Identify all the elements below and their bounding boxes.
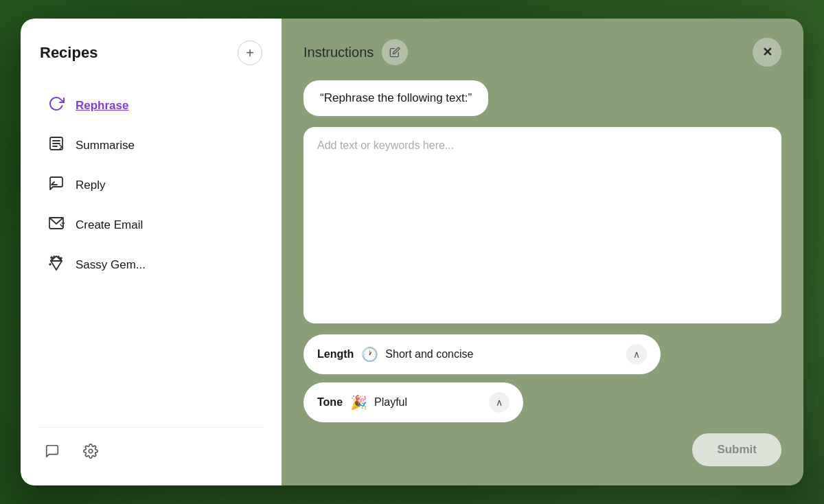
modal-container: Recipes + Rephrase <box>21 19 803 485</box>
rephrase-icon <box>47 95 66 116</box>
sidebar-item-reply[interactable]: Reply <box>40 167 262 204</box>
instruction-bubble: “Rephrase the following text:” <box>304 80 488 116</box>
sidebar-item-create-email[interactable]: Create Email <box>40 207 262 244</box>
reply-icon <box>47 175 66 196</box>
sidebar-item-sassy-gem-label: Sassy Gem... <box>76 258 146 272</box>
panel-header: Instructions ✕ <box>304 38 781 67</box>
options-section: Length 🕐 Short and concise ∧ Tone 🎉 Play… <box>304 334 781 422</box>
recipe-list: Rephrase Summarise <box>40 87 262 427</box>
text-area-placeholder: Add text or keywords here... <box>317 139 454 151</box>
tone-chevron-icon: ∧ <box>489 392 510 413</box>
svg-point-8 <box>51 257 52 258</box>
panel-footer: Submit <box>304 433 781 466</box>
sidebar-title: Recipes <box>40 44 98 62</box>
sidebar-item-rephrase[interactable]: Rephrase <box>40 87 262 124</box>
tone-value: Playful <box>374 396 482 409</box>
gear-icon <box>83 444 98 459</box>
tone-icon: 🎉 <box>350 394 367 411</box>
edit-icon <box>389 47 400 58</box>
submit-button[interactable]: Submit <box>692 433 781 466</box>
sidebar-header: Recipes + <box>40 41 262 65</box>
sidebar-item-rephrase-label: Rephrase <box>76 99 128 113</box>
settings-icon-button[interactable] <box>78 439 103 463</box>
panel-header-left: Instructions <box>304 39 408 65</box>
summarise-icon <box>47 135 66 156</box>
tone-label: Tone <box>317 396 343 409</box>
sidebar-item-reply-label: Reply <box>76 179 105 192</box>
sidebar: Recipes + Rephrase <box>21 19 282 485</box>
text-input-area[interactable]: Add text or keywords here... <box>304 127 781 323</box>
sidebar-item-create-email-label: Create Email <box>76 218 143 232</box>
edit-instructions-button[interactable] <box>382 39 408 65</box>
email-icon <box>47 215 66 236</box>
sidebar-footer <box>40 427 262 463</box>
svg-point-11 <box>89 449 93 453</box>
gem-icon <box>47 255 66 275</box>
instructions-title: Instructions <box>304 45 374 60</box>
length-icon: 🕐 <box>360 346 378 363</box>
length-chevron-icon: ∧ <box>626 344 647 365</box>
main-panel: Instructions ✕ “Rephrase the following t… <box>282 19 803 485</box>
sidebar-item-summarise[interactable]: Summarise <box>40 127 262 164</box>
sidebar-item-summarise-label: Summarise <box>76 139 135 152</box>
tone-option[interactable]: Tone 🎉 Playful ∧ <box>304 382 523 422</box>
add-recipe-button[interactable]: + <box>238 41 262 65</box>
length-option[interactable]: Length 🕐 Short and concise ∧ <box>304 334 661 374</box>
length-value: Short and concise <box>385 348 619 360</box>
length-label: Length <box>317 348 354 360</box>
svg-point-9 <box>60 257 62 259</box>
close-button[interactable]: ✕ <box>753 38 781 67</box>
chat-icon <box>45 444 60 459</box>
chat-icon-button[interactable] <box>40 439 65 463</box>
sidebar-item-sassy-gem[interactable]: Sassy Gem... <box>40 247 262 284</box>
svg-point-10 <box>49 264 51 265</box>
